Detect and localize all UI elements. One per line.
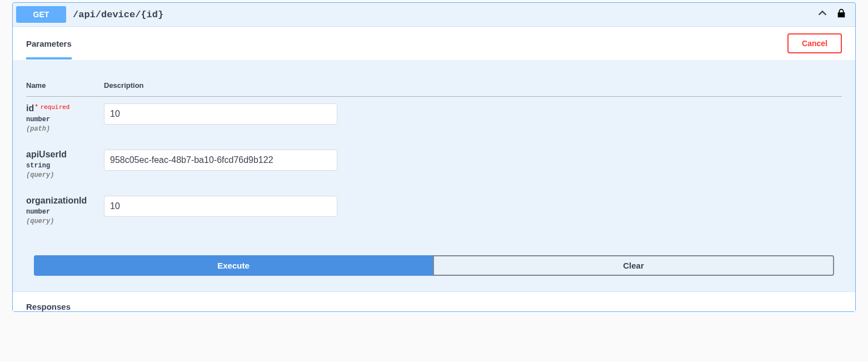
param-type: number — [26, 208, 104, 216]
col-name: Name — [26, 75, 104, 97]
responses-title: Responses — [26, 302, 842, 311]
parameters-header: Parameters Cancel — [13, 27, 855, 60]
operation-block: GET /api/device/{id} Parameters Cancel N… — [12, 2, 856, 312]
param-type: string — [26, 162, 104, 170]
param-row: organizationIdnumber(query) — [26, 189, 842, 235]
lock-icon[interactable] — [836, 8, 846, 21]
execute-button[interactable]: Execute — [34, 255, 433, 276]
param-name: id — [26, 103, 34, 113]
param-in: (query) — [26, 217, 104, 225]
cancel-button[interactable]: Cancel — [787, 33, 842, 53]
param-name-cell: organizationIdnumber(query) — [26, 189, 104, 235]
param-in: (query) — [26, 171, 104, 179]
operation-summary[interactable]: GET /api/device/{id} — [13, 3, 855, 26]
param-desc-cell — [104, 97, 842, 143]
execute-row: Execute Clear — [34, 255, 834, 291]
responses-section: Responses — [13, 291, 855, 311]
param-input[interactable] — [104, 103, 337, 125]
param-name-cell: apiUserIdstring(query) — [26, 143, 104, 189]
param-row: apiUserIdstring(query) — [26, 143, 842, 189]
param-type: number — [26, 116, 104, 123]
param-name-cell: id* requirednumber(path) — [26, 97, 104, 143]
required-label: required — [40, 103, 69, 111]
parameters-table: Name Description id* requirednumber(path… — [26, 75, 842, 235]
endpoint-path: /api/device/{id} — [73, 9, 816, 20]
param-name: organizationId — [26, 196, 87, 205]
operation-body: Parameters Cancel Name Description id* r… — [13, 26, 855, 311]
param-input[interactable] — [104, 196, 337, 217]
required-star-icon: * — [34, 103, 38, 111]
param-desc-cell — [104, 143, 842, 189]
param-row: id* requirednumber(path) — [26, 97, 842, 143]
summary-controls — [816, 7, 852, 22]
http-method-badge: GET — [16, 6, 66, 23]
param-input[interactable] — [104, 150, 337, 171]
param-in: (path) — [26, 125, 104, 133]
param-desc-cell — [104, 189, 842, 235]
tab-parameters[interactable]: Parameters — [26, 28, 72, 59]
chevron-up-icon[interactable] — [816, 7, 829, 22]
col-description: Description — [104, 75, 842, 97]
param-name: apiUserId — [26, 150, 67, 159]
clear-button[interactable]: Clear — [433, 255, 834, 276]
